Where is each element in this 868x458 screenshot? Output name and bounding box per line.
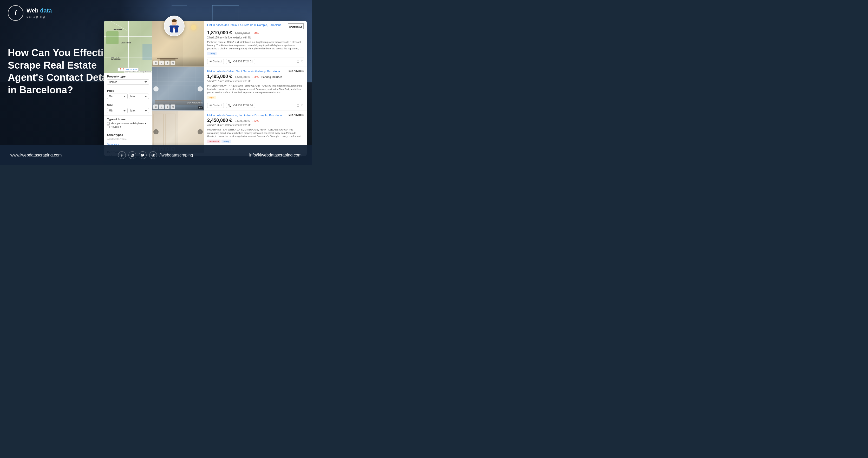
map-attribution: Map data ©2024 Inst. Geogr. Nacional — [124, 71, 152, 73]
listing-actions-2: ⊡ ♡ — [297, 104, 304, 108]
next-image-2[interactable]: › — [197, 86, 203, 91]
next-image-3[interactable]: › — [197, 129, 203, 134]
tag-renovated-3: Renovated — [207, 140, 220, 143]
listing-price-3: 2,450,000 € 2,590,000 € ↓ 5% — [207, 118, 304, 123]
image-btn-floor-2[interactable]: ◻ — [170, 104, 175, 109]
property-type-section: Property type Homes — [104, 73, 152, 87]
facebook-icon[interactable] — [118, 151, 126, 159]
social-handle: /iwebdatascraping — [160, 153, 193, 157]
contact-button-1[interactable]: ✉ Contact — [207, 59, 224, 64]
tag-luxury-1: Luxury — [207, 52, 217, 55]
listing-image-2: BCN ADVISORS ⊞ ▶ ⊙ ◻ 1/4 ‹ › — [152, 67, 204, 111]
agency-logo-3: Bcn Advisors — [288, 114, 304, 116]
map-background: Barcelona Badalona L'Hospitaletde Llobre… — [104, 21, 152, 73]
price-min-select[interactable]: Min — [107, 94, 128, 99]
size-min-select[interactable]: Min — [107, 108, 128, 113]
image-btn-video-2[interactable]: ▶ — [159, 104, 164, 109]
listing-title-1[interactable]: Flat in paseo de Gràcia, La Dreta de l'E… — [207, 23, 286, 27]
image-btn-floor[interactable]: ◻ — [170, 61, 175, 65]
price-max-select[interactable]: Max — [129, 94, 149, 99]
listing-specs-1: 2 bed 168 m² 4th floor exterior with lif… — [207, 36, 304, 39]
listing-header-2: Flat in calle de Calvet, Sant Gervasi - … — [207, 70, 304, 73]
page-footer: www.iwebdatascraping.com /iwebdatascrapi — [0, 145, 312, 165]
twitter-icon[interactable] — [139, 151, 147, 159]
image-btn-camera[interactable]: ⊞ — [153, 61, 158, 65]
map-area[interactable]: Barcelona Badalona L'Hospitaletde Llobre… — [104, 21, 152, 73]
logo-brand-name: Web data — [27, 7, 52, 14]
svg-point-5 — [172, 19, 177, 22]
listing-info-1: Flat in paseo de Gràcia, La Dreta de l'E… — [204, 21, 307, 66]
agent-figure — [166, 18, 182, 34]
listing-tags-1: Luxury — [207, 52, 304, 55]
listing-footer-1: ✉ Contact 📞 +34 936 17 24 01 ⊡ ♡ — [207, 57, 304, 64]
size-max-select[interactable]: Max — [129, 108, 149, 113]
listing-info-2: Flat in calle de Calvet, Sant Gervasi - … — [204, 67, 307, 111]
listing-title-3[interactable]: Flat in calle de València, La Dreta de l… — [207, 114, 286, 117]
svg-rect-4 — [169, 26, 179, 28]
share-icon-1[interactable]: ⊡ — [297, 60, 299, 63]
phone-button-2[interactable]: 📞 +34 936 17 92 14 — [226, 103, 255, 108]
phone-icon: 📞 — [228, 60, 231, 63]
type-of-home-label: Type of home — [107, 118, 149, 121]
image-btn-3d[interactable]: ⊙ — [165, 61, 169, 65]
size-range-row: Min Max — [107, 108, 149, 113]
logo-text: Web data scraping — [27, 7, 52, 19]
image-controls-2: ⊞ ▶ ⊙ ◻ — [153, 104, 175, 109]
price-label: Price — [107, 89, 149, 92]
size-section: Size Min Max — [104, 101, 152, 116]
agent-avatar — [164, 16, 185, 36]
favorite-icon-1[interactable]: ♡ — [301, 60, 304, 63]
map-badalona-label: Badalona — [114, 29, 122, 30]
prev-image-2[interactable]: ‹ — [153, 86, 159, 91]
flats-checkbox-input[interactable] — [107, 122, 110, 125]
listing-desc-2: IN TURÓ PARK WITH A 116 SQM TERRACE AND … — [207, 84, 304, 94]
checkbox-houses[interactable]: Houses ▾ — [107, 126, 149, 128]
listing-title-2[interactable]: Flat in calle de Calvet, Sant Gervasi - … — [207, 70, 286, 73]
listing-footer-2: ✉ Contact 📞 +34 936 17 92 14 ⊡ ♡ — [207, 101, 304, 108]
contact-button-2[interactable]: ✉ Contact — [207, 103, 224, 108]
listings-panel: ⊞ ▶ ⊙ ◻ Flat in paseo de Gràcia, La Dret… — [152, 21, 307, 156]
other-types-label: Other types — [107, 133, 149, 136]
image-counter-2: 1/4 — [198, 106, 203, 109]
phone-button-1[interactable]: 📞 +34 936 17 24 01 — [226, 59, 255, 64]
logo-circle: i — [8, 5, 23, 21]
agency-logo-2: Bcn Advisors — [288, 70, 304, 72]
svg-point-8 — [133, 154, 133, 154]
listing-desc-1: Exclusive home of 125m2 built, distribut… — [207, 40, 304, 51]
type-of-home-section: Type of home Flats, penthouses and duple… — [104, 116, 152, 131]
logo-scraping: scraping — [27, 14, 52, 19]
instagram-icon[interactable] — [128, 151, 136, 159]
listing-desc-3: MODERNIST FLAT WITH A 124 SQM TERRACE, N… — [207, 128, 304, 138]
agency-logo-1: w⁻ WALTER HAUS — [288, 23, 304, 29]
size-label: Size — [107, 103, 149, 106]
property-type-select[interactable]: Homes — [107, 79, 149, 85]
svg-point-7 — [131, 154, 133, 156]
image-btn-video[interactable]: ▶ — [159, 61, 164, 65]
image-controls: ⊞ ▶ ⊙ ◻ — [153, 61, 175, 65]
checkbox-flats[interactable]: Flats, penthouses and duplexes ▾ — [107, 122, 149, 125]
listing-specs-3: 4 bed 253 m² 1st floor exterior with lif… — [207, 124, 304, 127]
price-range-row: Min Max — [107, 94, 149, 99]
price-section: Price Min Max — [104, 87, 152, 101]
pinterest-icon[interactable] — [149, 151, 157, 159]
listing-header-1: Flat in paseo de Gràcia, La Dreta de l'E… — [207, 23, 304, 29]
favorite-icon-2[interactable]: ♡ — [301, 104, 304, 108]
logo-i-letter: i — [14, 9, 17, 17]
listing-header-3: Flat in calle de València, La Dreta de l… — [207, 114, 304, 117]
contact-icon: ✉ — [210, 60, 212, 63]
listing-tags-3: Renovated Luxury — [207, 140, 304, 143]
tag-bright-2: Bright — [207, 96, 216, 99]
prev-image-3[interactable]: ‹ — [153, 129, 159, 134]
footer-social: /iwebdatascraping — [118, 151, 193, 159]
phone-icon-2: 📞 — [228, 104, 231, 107]
houses-checkbox-input[interactable] — [107, 126, 110, 128]
image-btn-3d-2[interactable]: ⊙ — [165, 104, 169, 109]
filter-panel: Barcelona Badalona L'Hospitaletde Llobre… — [104, 21, 152, 156]
map-hospitalet-label: L'Hospitaletde Llobregat — [111, 57, 121, 60]
listing-card-2: BCN ADVISORS ⊞ ▶ ⊙ ◻ 1/4 ‹ › Flat in cal… — [152, 67, 307, 111]
image-btn-camera-2[interactable]: ⊞ — [153, 104, 158, 109]
ui-card: Barcelona Badalona L'Hospitaletde Llobre… — [104, 21, 307, 156]
listing-actions-1: ⊡ ♡ — [297, 60, 304, 63]
share-icon-2[interactable]: ⊡ — [297, 104, 299, 108]
logo-web: Web — [27, 7, 40, 14]
